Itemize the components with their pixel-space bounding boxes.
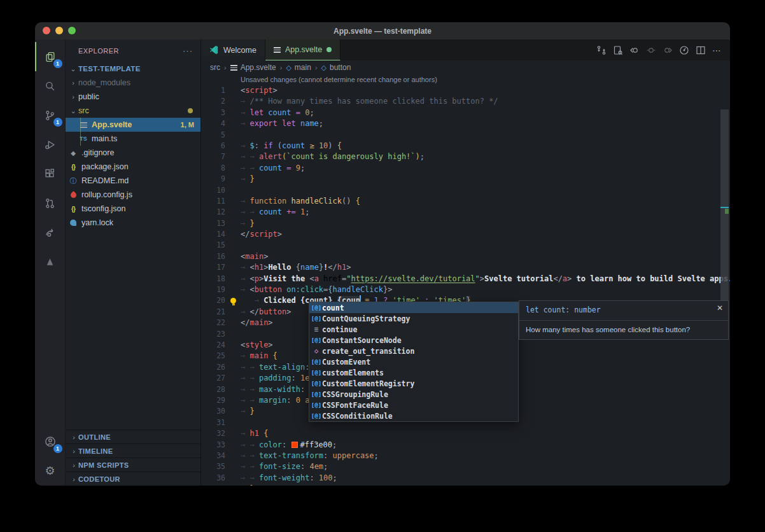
code-line-14[interactable]: 14</script>	[201, 229, 730, 240]
split-editor-icon[interactable]	[695, 45, 706, 55]
line-number: 23	[201, 329, 225, 340]
code-line-2[interactable]: 2→ /** How many times has someone clicke…	[201, 96, 730, 107]
activity-accounts[interactable]: 1	[35, 427, 66, 456]
suggestion-count[interactable]: [@]count	[309, 302, 518, 313]
navigate-back-icon[interactable]	[629, 45, 640, 55]
code-line-16[interactable]: 16<main>	[201, 251, 730, 262]
suggestion-cssconditionrule[interactable]: [@]CSSConditionRule	[309, 410, 518, 421]
code-line-1[interactable]: 1<script>	[201, 85, 730, 96]
tree-item-rollup-config-js[interactable]: rollup.config.js	[66, 188, 200, 202]
line-content: → → font-weight: 100;	[241, 473, 337, 484]
suggestion-cssfontfacerule[interactable]: [@]CSSFontFaceRule	[309, 400, 518, 410]
dirty-dot-icon[interactable]	[326, 47, 332, 52]
suggestion-continue[interactable]: ≡continue	[309, 324, 518, 335]
code-line-10[interactable]: 10	[201, 185, 730, 196]
symbol-variable-icon: [@]	[311, 402, 322, 409]
code-line-35[interactable]: 35→ → font-size: 4em;	[201, 461, 730, 472]
activity-source-control[interactable]: 1	[35, 101, 66, 130]
code-line-6[interactable]: 6→ $: if (count ≥ 10) {	[201, 141, 730, 151]
sidebar-more-actions[interactable]: ···	[183, 46, 193, 55]
suggestion-constantsourcenode[interactable]: [@]ConstantSourceNode	[309, 335, 518, 346]
code-line-37[interactable]: 37→ }	[201, 484, 730, 486]
symbol-variable-icon: [@]	[311, 359, 322, 365]
code-line-9[interactable]: 9→ }	[201, 174, 730, 185]
tree-item-src[interactable]: ⌄src	[66, 104, 200, 118]
more-actions-icon[interactable]: ⋯	[712, 45, 722, 55]
code-line-4[interactable]: 4→ export let name;	[201, 118, 730, 129]
navigate-previous-icon[interactable]	[645, 45, 656, 55]
suggestion-countqueuingstrategy[interactable]: [@]CountQueuingStrategy	[309, 313, 518, 324]
zoom-window-button[interactable]	[68, 27, 76, 34]
chevron-icon: ›	[68, 79, 78, 87]
tree-item-app-svelte[interactable]: App.svelte1, M	[66, 118, 200, 132]
activity-github-pr[interactable]	[35, 188, 66, 218]
azure-icon	[45, 256, 55, 267]
code-line-17[interactable]: 17→ <h1>Hello {name}!</h1>	[201, 262, 730, 273]
navigate-next-icon[interactable]	[662, 45, 673, 55]
code-line-34[interactable]: 34→ → text-transform: uppercase;	[201, 451, 730, 461]
minimize-window-button[interactable]	[55, 27, 63, 34]
tree-item-public[interactable]: ›public	[66, 90, 200, 104]
code-line-8[interactable]: 8→ → count = 9;	[201, 163, 730, 174]
activity-live-share[interactable]	[35, 218, 66, 247]
share-arrow-icon	[45, 227, 56, 238]
tree-item-package-json[interactable]: {}package.json	[66, 160, 200, 174]
suggestion-create_out_transition[interactable]: ◇create_out_transition	[309, 346, 518, 356]
activity-explorer[interactable]: 1	[35, 42, 66, 71]
code-line-7[interactable]: 7→ → alert(`count is dangerously high!`)…	[201, 151, 730, 162]
section-outline[interactable]: ›OUTLINE	[66, 430, 200, 444]
tree-item-node-modules[interactable]: ›node_modules	[66, 76, 200, 90]
code-line-19[interactable]: 19→ <button on:click={handleClick}>	[201, 284, 730, 295]
line-number: 25	[201, 351, 225, 361]
suggestion-customevent[interactable]: [@]CustomEvent	[309, 356, 518, 367]
code-line-15[interactable]: 15	[201, 240, 730, 251]
breadcrumb-src[interactable]: src	[210, 63, 220, 72]
activity-azure[interactable]	[35, 247, 66, 276]
tab-welcome[interactable]: Welcome	[201, 39, 265, 60]
code-line-18[interactable]: 18→ <p>Visit the <a href="https://svelte…	[201, 274, 730, 284]
activity-settings[interactable]: ⚙	[35, 456, 66, 486]
section-timeline[interactable]: ›TIMELINE	[66, 444, 200, 458]
code-line-32[interactable]: 32→ h1 {	[201, 428, 730, 439]
code-line-13[interactable]: 13→ }	[201, 218, 730, 229]
close-icon[interactable]: ✕	[717, 304, 723, 312]
workspace-root-row[interactable]: ⌄ TEST-TEMPLATE	[66, 62, 200, 76]
tab-app-svelte[interactable]: App.svelte	[265, 39, 340, 60]
suggestion-customelementregistry[interactable]: [@]CustomElementRegistry	[309, 378, 518, 389]
line-number: 19	[201, 284, 225, 295]
code-line-12[interactable]: 12→ → count += 1;	[201, 207, 730, 218]
code-line-11[interactable]: 11→ function handleClick() {	[201, 196, 730, 207]
suggestion-customelements[interactable]: [@]customElements	[309, 367, 518, 378]
codelens-annotation[interactable]: Unsaved changes (cannot determine recent…	[201, 74, 730, 85]
open-preview-icon[interactable]	[612, 45, 623, 55]
line-content: <style>	[241, 340, 273, 351]
code-line-3[interactable]: 3→ let count = 0;	[201, 108, 730, 118]
close-window-button[interactable]	[43, 27, 50, 34]
tree-item-tsconfig-json[interactable]: {}tsconfig.json	[66, 202, 200, 216]
section-npm-scripts[interactable]: ›NPM SCRIPTS	[66, 458, 200, 472]
code-line-33[interactable]: 33→ → color: #ff3e00;	[201, 440, 730, 451]
breadcrumb-button[interactable]: ◇button	[321, 63, 351, 72]
activity-search[interactable]	[35, 71, 66, 101]
suggestion-cssgroupingrule[interactable]: [@]CSSGroupingRule	[309, 389, 518, 400]
breadcrumb-file[interactable]: App.svelte	[230, 63, 276, 72]
tree-item-readme-md[interactable]: ⓘREADME.md	[66, 174, 200, 188]
tree-item-label: src	[78, 106, 89, 115]
symbol-variable-icon: [@]	[311, 370, 322, 376]
code-line-36[interactable]: 36→ → font-weight: 100;	[201, 473, 730, 484]
git-status-badge: 1, M	[181, 121, 194, 129]
code-editor[interactable]: Unsaved changes (cannot determine recent…	[201, 74, 730, 486]
activity-extensions[interactable]	[35, 159, 66, 188]
tree-item-main-ts[interactable]: TSmain.ts	[66, 132, 200, 146]
tree-item--gitignore[interactable]: ◆.gitignore	[66, 146, 200, 160]
code-line-5[interactable]: 5	[201, 130, 730, 141]
lightbulb-icon[interactable]	[230, 298, 236, 304]
section-codetour[interactable]: ›CODETOUR	[66, 472, 200, 486]
tree-item-yarn-lock[interactable]: yarn.lock	[66, 216, 200, 230]
run-timer-icon[interactable]	[678, 45, 689, 55]
title-bar[interactable]: App.svelte — test-template	[35, 22, 730, 39]
activity-run-debug[interactable]	[35, 130, 66, 159]
breadcrumb-main[interactable]: ◇main	[286, 63, 311, 72]
open-changes-icon[interactable]	[596, 45, 607, 55]
suggestion-label: create_out_transition	[322, 347, 414, 356]
